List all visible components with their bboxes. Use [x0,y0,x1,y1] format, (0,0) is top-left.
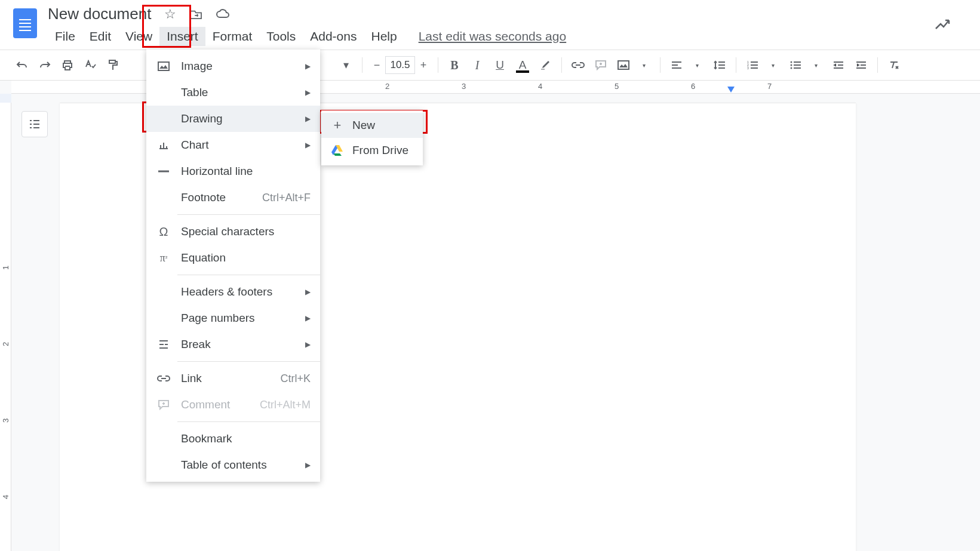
increase-indent-button[interactable] [851,55,871,75]
image-icon [157,61,170,71]
horizontal-line-icon [157,170,170,173]
show-outline-button[interactable] [21,111,48,137]
insert-break-item[interactable]: Break ▶ [146,331,320,358]
menu-label: Table of contents [181,458,267,472]
drawing-from-drive-item[interactable]: From Drive [321,138,423,163]
svg-rect-0 [618,61,629,69]
font-size-group: − 10.5 + [368,56,432,74]
increase-font-size-button[interactable]: + [415,56,432,74]
insert-link-button[interactable] [568,55,588,75]
undo-button[interactable] [12,55,32,75]
insert-chart-item[interactable]: Chart ▶ [146,132,320,158]
insert-bookmark-item[interactable]: Bookmark [146,426,320,452]
menu-label: Special characters [181,225,274,238]
menu-label: From Drive [352,144,408,157]
menu-label: Equation [181,251,226,264]
text-color-button[interactable]: A [512,55,533,75]
decrease-font-size-button[interactable]: − [368,56,385,74]
cloud-status-icon[interactable] [216,9,230,20]
menu-label: Chart [181,138,208,152]
menu-tools[interactable]: Tools [259,27,303,46]
plus-icon: + [331,118,344,133]
numbered-list-caret[interactable]: ▾ [763,55,783,75]
line-spacing-button[interactable] [709,55,730,75]
clear-formatting-button[interactable] [884,55,904,75]
submenu-arrow-icon: ▶ [305,88,311,97]
menu-label: Image [181,60,213,73]
menu-label: Bookmark [181,432,232,445]
insert-drawing-item[interactable]: Drawing ▶ [146,106,320,132]
menu-divider [177,214,320,215]
star-icon[interactable]: ☆ [164,7,176,22]
drawing-new-item[interactable]: + New [321,113,423,138]
insert-special-chars-item[interactable]: Ω Special characters [146,218,320,245]
move-icon[interactable] [189,9,202,20]
right-indent-marker[interactable] [727,87,735,93]
decrease-indent-button[interactable] [828,55,849,75]
menu-label: Footnote [181,191,226,204]
menubar: File Edit View Insert Format Tools Add-o… [48,27,566,46]
insert-equation-item[interactable]: π² Equation [146,245,320,271]
shortcut-label: Ctrl+Alt+F [262,192,311,204]
svg-point-4 [791,61,792,63]
ruler-mark: 3 [462,82,466,91]
insert-image-item[interactable]: Image ▶ [146,53,320,79]
redo-button[interactable] [35,55,55,75]
highlight-color-button[interactable] [535,55,555,75]
submenu-arrow-icon: ▶ [305,461,311,469]
italic-button[interactable]: I [467,55,487,75]
insert-table-item[interactable]: Table ▶ [146,79,320,106]
insert-footnote-item[interactable]: Footnote Ctrl+Alt+F [146,184,320,211]
last-edit-link[interactable]: Last edit was seconds ago [419,27,567,46]
submenu-arrow-icon: ▶ [305,314,311,322]
svg-rect-7 [158,62,169,70]
drive-icon [331,145,344,156]
menu-edit[interactable]: Edit [82,27,118,46]
align-button[interactable] [666,55,687,75]
vertical-ruler[interactable]: 1 2 3 4 [0,103,11,551]
omega-icon: Ω [157,225,170,239]
link-icon [157,375,170,382]
bulleted-list-caret[interactable]: ▾ [806,55,826,75]
shortcut-label: Ctrl+K [280,373,311,385]
insert-headers-footers-item[interactable]: Headers & footers ▶ [146,279,320,305]
menu-insert[interactable]: Insert [159,27,205,46]
insert-comment-item: Comment Ctrl+Alt+M [146,392,320,418]
font-size-input[interactable]: 10.5 [385,56,415,74]
image-dropdown-caret[interactable]: ▾ [634,55,654,75]
underline-button[interactable]: U [490,55,510,75]
paint-format-button[interactable] [103,55,123,75]
pi-icon: π² [157,252,170,264]
insert-image-button[interactable] [613,55,634,75]
insert-page-numbers-item[interactable]: Page numbers ▶ [146,305,320,331]
drawing-submenu: + New From Drive [321,110,423,165]
title-area: New document ☆ File Edit View Insert For… [48,0,566,46]
submenu-arrow-icon: ▶ [305,141,311,149]
menu-label: New [352,119,375,132]
menu-help[interactable]: Help [364,27,404,46]
insert-toc-item[interactable]: Table of contents ▶ [146,452,320,478]
print-button[interactable] [57,55,78,75]
svg-point-6 [791,67,792,69]
spellcheck-button[interactable] [80,55,100,75]
font-dropdown-caret[interactable]: ▾ [336,55,356,75]
menu-addons[interactable]: Add-ons [303,27,364,46]
insert-link-item[interactable]: Link Ctrl+K [146,365,320,392]
bulleted-list-button[interactable] [785,55,806,75]
header: New document ☆ File Edit View Insert For… [0,0,980,50]
menu-label: Comment [181,398,230,411]
ruler-mark: 6 [691,82,695,91]
menu-label: Page numbers [181,312,255,325]
insert-horizontal-line-item[interactable]: Horizontal line [146,158,320,184]
numbered-list-button[interactable]: 123 [742,55,763,75]
docs-logo-icon[interactable] [13,8,37,38]
menu-view[interactable]: View [118,27,159,46]
activity-icon[interactable] [935,18,950,31]
add-comment-button[interactable] [591,55,611,75]
menu-format[interactable]: Format [205,27,260,46]
bold-button[interactable]: B [444,55,465,75]
menu-file[interactable]: File [48,27,82,46]
shortcut-label: Ctrl+Alt+M [260,399,311,411]
document-title[interactable]: New document [48,5,151,23]
align-dropdown-caret[interactable]: ▾ [687,55,707,75]
